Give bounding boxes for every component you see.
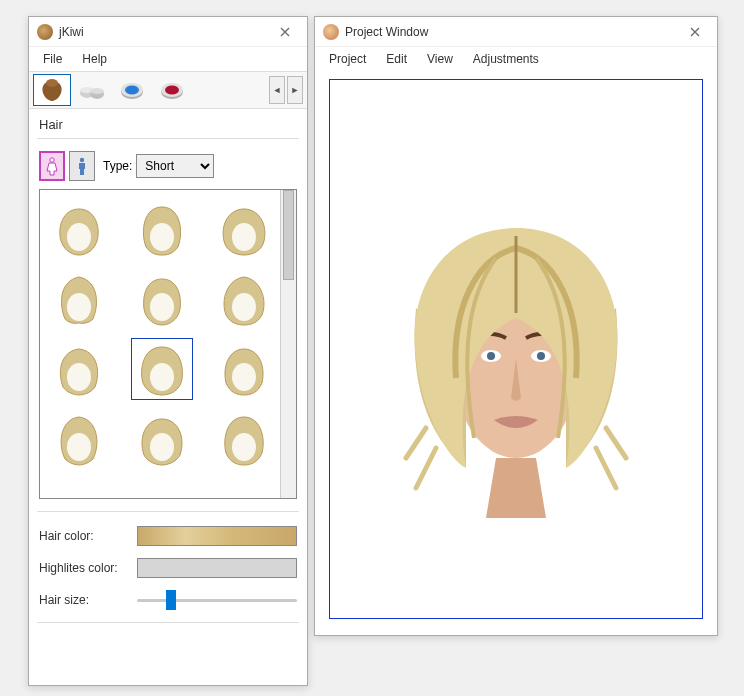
svg-point-20 [150, 363, 174, 391]
jar-icon [78, 79, 106, 101]
hairstyle-thumb[interactable] [131, 268, 193, 330]
svg-point-22 [67, 433, 91, 461]
menubar: File Help [29, 47, 307, 71]
hairstyle-thumb[interactable] [48, 268, 110, 330]
hair-icon [37, 77, 67, 103]
hairstyle-thumb[interactable] [48, 198, 110, 260]
menubar: Project Edit View Adjustments [315, 47, 717, 71]
tab-eyeshadow[interactable] [113, 74, 151, 106]
hairstyle-thumb[interactable] [213, 268, 275, 330]
window-title: jKiwi [59, 25, 271, 39]
hairstyle-thumb[interactable] [131, 338, 193, 400]
close-button[interactable] [271, 18, 299, 46]
app-icon [37, 24, 53, 40]
hair-color-label: Hair color: [39, 529, 129, 543]
svg-point-15 [232, 223, 256, 251]
hair-thumb-icon [134, 271, 190, 327]
tab-scroll-right[interactable]: ► [287, 76, 303, 104]
svg-point-24 [232, 433, 256, 461]
tools-window: jKiwi File Help [28, 16, 308, 686]
hair-thumb-icon [216, 201, 272, 257]
hair-thumb-icon [216, 411, 272, 467]
tab-scroll-left[interactable]: ◄ [269, 76, 285, 104]
svg-point-11 [50, 158, 54, 162]
hairstyle-thumb[interactable] [131, 198, 193, 260]
svg-point-29 [537, 352, 545, 360]
hairstyle-thumb[interactable] [213, 198, 275, 260]
window-title: Project Window [345, 25, 681, 39]
hairstyle-thumb[interactable] [131, 408, 193, 470]
svg-point-27 [487, 352, 495, 360]
hair-thumb-icon [216, 341, 272, 397]
svg-point-16 [67, 293, 91, 321]
hair-thumb-icon [134, 411, 190, 467]
menu-edit[interactable]: Edit [378, 50, 415, 68]
hairstyle-thumb[interactable] [48, 408, 110, 470]
hair-thumb-icon [51, 201, 107, 257]
hairstyle-thumb[interactable] [48, 338, 110, 400]
hair-color-row: Hair color: [29, 520, 307, 552]
category-tabstrip: ◄ ► [29, 71, 307, 109]
gender-female-button[interactable] [39, 151, 65, 181]
titlebar: Project Window [315, 17, 717, 47]
menu-help[interactable]: Help [74, 50, 115, 68]
female-icon [45, 156, 59, 176]
svg-point-23 [150, 433, 174, 461]
divider [37, 622, 299, 623]
menu-adjustments[interactable]: Adjustments [465, 50, 547, 68]
svg-point-4 [90, 88, 104, 94]
menu-project[interactable]: Project [321, 50, 374, 68]
app-icon [323, 24, 339, 40]
svg-point-18 [232, 293, 256, 321]
section-label: Hair [29, 109, 307, 138]
close-icon [280, 27, 290, 37]
svg-point-10 [165, 86, 179, 95]
tab-accessory[interactable] [73, 74, 111, 106]
highlights-row: Highlites color: [29, 552, 307, 584]
grid-scrollbar[interactable] [280, 190, 296, 498]
close-button[interactable] [681, 18, 709, 46]
svg-point-17 [150, 293, 174, 321]
svg-point-13 [67, 223, 91, 251]
menu-file[interactable]: File [35, 50, 70, 68]
tab-hair[interactable] [33, 74, 71, 106]
divider [37, 138, 299, 139]
titlebar: jKiwi [29, 17, 307, 47]
hairstyle-thumb[interactable] [213, 408, 275, 470]
svg-point-21 [232, 363, 256, 391]
svg-point-0 [46, 79, 58, 87]
svg-point-12 [80, 158, 84, 162]
tab-lipstick[interactable] [153, 74, 191, 106]
hair-thumb-icon [51, 341, 107, 397]
svg-point-14 [150, 223, 174, 251]
menu-view[interactable]: View [419, 50, 461, 68]
type-label: Type: [103, 159, 132, 173]
compact-red-icon [159, 79, 185, 101]
highlights-color-swatch[interactable] [137, 558, 297, 578]
male-icon [75, 156, 89, 176]
hair-size-label: Hair size: [39, 593, 129, 607]
svg-point-7 [125, 86, 139, 95]
divider [37, 511, 299, 512]
hair-size-slider[interactable] [137, 590, 297, 610]
hair-thumb-icon [51, 411, 107, 467]
model-preview [356, 158, 676, 541]
gender-male-button[interactable] [69, 151, 95, 181]
slider-track [137, 599, 297, 602]
project-window: Project Window Project Edit View Adjustm… [314, 16, 718, 636]
hair-thumb-icon [134, 201, 190, 257]
hair-color-swatch[interactable] [137, 526, 297, 546]
type-select[interactable]: Short [136, 154, 214, 178]
svg-point-19 [67, 363, 91, 391]
slider-thumb[interactable] [166, 590, 176, 610]
compact-blue-icon [119, 79, 145, 101]
hairstyle-grid-panel [39, 189, 297, 499]
hair-thumb-icon [51, 271, 107, 327]
gender-type-row: Type: Short [29, 147, 307, 189]
scrollbar-thumb[interactable] [283, 190, 294, 280]
hair-thumb-icon [216, 271, 272, 327]
close-icon [690, 27, 700, 37]
hair-thumb-icon [134, 341, 190, 397]
hairstyle-thumb[interactable] [213, 338, 275, 400]
preview-canvas[interactable] [329, 79, 703, 619]
